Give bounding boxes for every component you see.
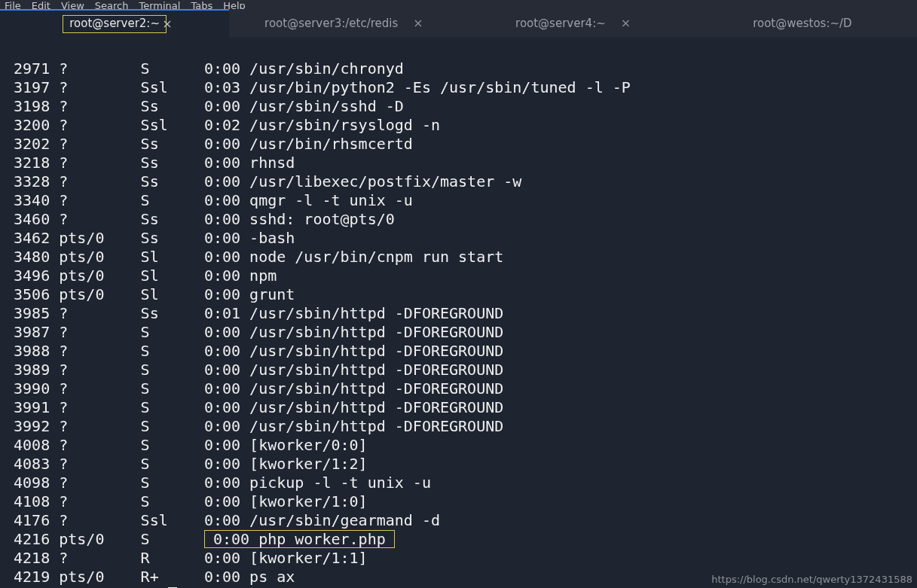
process-row: 3506 pts/0 Sl 0:00 grunt bbox=[5, 285, 917, 304]
terminal-tab-1[interactable]: root@server3:/etc/redis× bbox=[229, 9, 458, 38]
process-row: 3496 pts/0 Sl 0:00 npm bbox=[5, 267, 917, 285]
menu-tabs[interactable]: Tabs bbox=[191, 0, 212, 9]
process-row: 3987 ? S 0:00 /usr/sbin/httpd -DFOREGROU… bbox=[5, 323, 917, 342]
terminal-tab-0[interactable]: root@server2:~root@server2:~× bbox=[0, 9, 229, 38]
tab-bar: root@server2:~root@server2:~×root@server… bbox=[0, 9, 917, 38]
tab-label: root@westos:~/D bbox=[753, 17, 851, 30]
process-row: 3990 ? S 0:00 /usr/sbin/httpd -DFOREGROU… bbox=[5, 379, 917, 398]
process-row: 4098 ? S 0:00 pickup -l -t unix -u bbox=[5, 474, 917, 492]
process-row: 4176 ? Ssl 0:00 /usr/sbin/gearmand -d bbox=[5, 511, 917, 530]
process-row: 3462 pts/0 Ss 0:00 -bash bbox=[5, 229, 917, 248]
close-icon[interactable]: × bbox=[621, 17, 631, 29]
menu-edit[interactable]: Edit bbox=[32, 0, 50, 9]
watermark-text: https://blog.csdn.net/qwerty1372431588 bbox=[711, 574, 912, 585]
highlighted-process: 0:00 php worker.php bbox=[204, 530, 395, 548]
process-row: 3991 ? S 0:00 /usr/sbin/httpd -DFOREGROU… bbox=[5, 398, 917, 417]
menu-file[interactable]: File bbox=[5, 0, 21, 9]
process-row: 3989 ? S 0:00 /usr/sbin/httpd -DFOREGROU… bbox=[5, 361, 917, 379]
menubar: FileEditViewSearchTerminalTabsHelp bbox=[0, 0, 917, 9]
terminal-tab-2[interactable]: root@server4:~× bbox=[459, 9, 688, 38]
tab-highlight: root@server2:~ bbox=[63, 15, 167, 33]
tab-label: root@server4:~ bbox=[515, 17, 606, 30]
process-row: 3202 ? Ss 0:00 /usr/bin/rhsmcertd bbox=[5, 135, 917, 154]
menu-view[interactable]: View bbox=[61, 0, 84, 9]
process-row: 4216 pts/0 S 0:00 php worker.php bbox=[5, 530, 917, 549]
process-row: 3340 ? S 0:00 qmgr -l -t unix -u bbox=[5, 191, 917, 210]
process-row: 2971 ? S 0:00 /usr/sbin/chronyd bbox=[5, 59, 917, 78]
tab-label: root@server3:/etc/redis bbox=[264, 17, 398, 30]
process-row: 4008 ? S 0:00 [kworker/0:0] bbox=[5, 436, 917, 455]
process-row: 3200 ? Ssl 0:02 /usr/sbin/rsyslogd -n bbox=[5, 116, 917, 135]
process-row: 3197 ? Ssl 0:03 /usr/bin/python2 -Es /us… bbox=[5, 78, 917, 97]
close-icon[interactable]: × bbox=[162, 18, 172, 30]
process-row: 3198 ? Ss 0:00 /usr/sbin/sshd -D bbox=[5, 97, 917, 116]
process-row: 4218 ? R 0:00 [kworker/1:1] bbox=[5, 549, 917, 568]
process-row: 4108 ? S 0:00 [kworker/1:0] bbox=[5, 492, 917, 511]
process-row: 3985 ? Ss 0:01 /usr/sbin/httpd -DFOREGRO… bbox=[5, 304, 917, 323]
terminal-tab-3[interactable]: root@westos:~/D bbox=[688, 9, 917, 38]
process-row: 3460 ? Ss 0:00 sshd: root@pts/0 bbox=[5, 210, 917, 229]
terminal-output[interactable]: 2971 ? S 0:00 /usr/sbin/chronyd 3197 ? S… bbox=[0, 38, 917, 588]
process-row: 3328 ? Ss 0:00 /usr/libexec/postfix/mast… bbox=[5, 172, 917, 191]
process-row: 3988 ? S 0:00 /usr/sbin/httpd -DFOREGROU… bbox=[5, 342, 917, 361]
menu-terminal[interactable]: Terminal bbox=[139, 0, 180, 9]
process-row: 3992 ? S 0:00 /usr/sbin/httpd -DFOREGROU… bbox=[5, 417, 917, 436]
close-icon[interactable]: × bbox=[413, 17, 423, 29]
menu-help[interactable]: Help bbox=[223, 0, 246, 9]
process-row: 4083 ? S 0:00 [kworker/1:2] bbox=[5, 455, 917, 474]
process-row: 3218 ? Ss 0:00 rhnsd bbox=[5, 154, 917, 172]
menu-search[interactable]: Search bbox=[95, 0, 129, 9]
process-row: 3480 pts/0 Sl 0:00 node /usr/bin/cnpm ru… bbox=[5, 248, 917, 267]
